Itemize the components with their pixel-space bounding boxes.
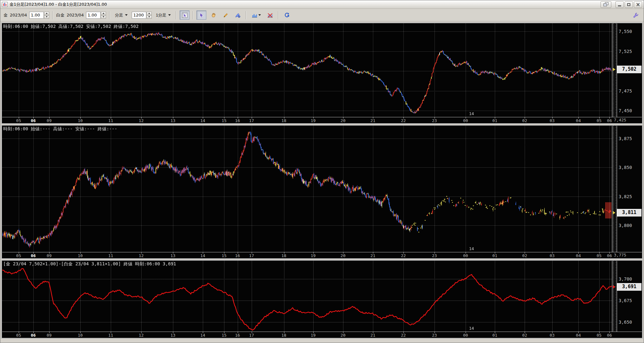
draw-pen-crosshair-icon: [235, 12, 241, 18]
window-controls: [601, 1, 642, 8]
x-axis-tick-label: 12: [139, 333, 144, 338]
x-axis-tick-label: 09: [47, 118, 52, 123]
platinum-price-scale[interactable]: [612, 126, 617, 252]
chart-style-dropdown-button[interactable]: [249, 10, 263, 20]
x-axis-tick-label: 19: [311, 253, 316, 258]
x-axis-tick-label: 17: [249, 118, 254, 123]
bar-count-decrement-button[interactable]: [147, 15, 152, 19]
platinum-label: 白金: [56, 12, 64, 18]
x-axis-tick-label: 02: [522, 253, 527, 258]
y-axis-tick-label: 7,475: [619, 88, 632, 94]
y-axis-tick-label: 3,650: [619, 320, 632, 325]
spread-x-axis: 0506091011121314151617181920212223000102…: [2, 332, 612, 338]
bar-count-increment-button[interactable]: [147, 12, 152, 15]
bar-interval-label: 1分足: [156, 12, 166, 18]
gold-multiplier-value[interactable]: 1.00: [29, 12, 44, 19]
draw-pencil-button[interactable]: [221, 10, 230, 20]
triangle-up-icon: [46, 13, 48, 14]
maximize-icon: [627, 3, 630, 6]
current-price-marker: [613, 211, 615, 214]
window-title: 金1分足[2023/04]1.00 - 白金1分足[2023/04]1.00: [10, 2, 107, 7]
draw-pen-crosshair-button[interactable]: [233, 10, 242, 20]
x-axis-tick-label: 05: [597, 333, 602, 338]
minimize-button[interactable]: [615, 1, 624, 8]
toolbar-separator: [193, 11, 193, 19]
triangle-down-icon: [148, 16, 150, 17]
y-axis-tick-label: 7,525: [619, 49, 632, 54]
pan-hand-button[interactable]: [209, 10, 218, 20]
x-axis-tick-label: 00: [463, 253, 468, 258]
spread-y-axis-labels: 3,691 3,7003,6753,650: [617, 261, 642, 332]
x-axis-tick-label: 06: [607, 333, 612, 338]
x-axis-tick-label: 10: [78, 253, 83, 258]
bar-interval-dropdown[interactable]: 1分足: [154, 11, 173, 19]
x-axis-tick-label: 22: [401, 333, 406, 338]
x-axis-tick-label: 16: [235, 118, 240, 123]
x-axis-tick-label: 15: [222, 333, 227, 338]
platinum-multiplier-increment-button[interactable]: [101, 12, 106, 15]
chart-pointer-button[interactable]: [180, 10, 189, 20]
platinum-contract-label[interactable]: 2023/04: [67, 13, 84, 17]
maximize-button[interactable]: [625, 1, 633, 8]
platinum-multiplier-decrement-button[interactable]: [101, 15, 106, 19]
platinum-multiplier-value[interactable]: 1.00: [86, 12, 101, 19]
bar-type-label: 分足: [115, 12, 123, 18]
chart-pointer-icon: [182, 12, 188, 18]
corner-tick-label: 7,425: [614, 118, 626, 122]
gold-contract-label[interactable]: 2023/04: [10, 13, 27, 17]
bar-count-value[interactable]: 1200: [132, 12, 146, 19]
spread-current-price-badge: 3,691: [617, 283, 641, 291]
x-axis-tick-label: 06: [607, 118, 612, 123]
close-button[interactable]: [634, 1, 642, 8]
pointer-tool-button[interactable]: [196, 10, 206, 20]
x-axis-tick-label: 11: [108, 118, 113, 123]
x-axis-tick-label: 05: [597, 118, 602, 123]
gold-multiplier-decrement-button[interactable]: [44, 15, 49, 19]
gold-multiplier-increment-button[interactable]: [44, 12, 49, 15]
x-axis-tick-label: 19: [311, 333, 316, 338]
spread-axis-corner: [612, 332, 642, 338]
triangle-up-icon: [103, 13, 104, 14]
x-axis-tick-label: 18: [282, 118, 287, 123]
toolbar: 金 2023/04 1.00 白金 2023/04 1.00 分足 1200: [0, 9, 644, 22]
x-axis-tick-label: 17: [249, 333, 254, 338]
x-axis-tick-label: 16: [235, 253, 240, 258]
toolbar-separator: [109, 11, 110, 19]
platinum-candles-canvas[interactable]: [2, 126, 612, 252]
cascade-windows-button[interactable]: [601, 1, 611, 8]
spread-price-scale[interactable]: [612, 261, 617, 332]
platinum-chart-panel: 時刻:06:00 始値:--- 高値:--- 安値:--- 終値:--- 3,8…: [1, 125, 643, 259]
y-axis-tick-label: 3,850: [619, 165, 632, 170]
x-axis-tick-label: 23: [432, 118, 437, 123]
x-axis-tick-label: 06: [607, 253, 612, 258]
chevron-down-icon: [125, 14, 128, 16]
gold-candles-canvas[interactable]: [2, 23, 612, 117]
x-axis-tick-label: 06: [31, 253, 36, 258]
gold-label: 金: [3, 12, 8, 18]
gold-price-scale[interactable]: [612, 23, 617, 117]
x-axis-tick-label: 22: [401, 118, 406, 123]
gold-y-axis-labels: 7,502 7,5507,5257,4757,450: [617, 23, 642, 117]
platinum-plot-area: 時刻:06:00 始値:--- 高値:--- 安値:--- 終値:---: [2, 126, 612, 252]
spread-line-canvas[interactable]: [2, 261, 612, 332]
x-axis-tick-label: 06: [31, 333, 36, 338]
titlebar[interactable]: 金1分足[2023/04]1.00 - 白金1分足[2023/04]1.00: [0, 0, 644, 9]
x-axis-tick-label: 05: [597, 253, 602, 258]
settings-wrench-button[interactable]: [631, 10, 641, 20]
cascade-windows-icon: [603, 2, 609, 7]
x-axis-tick-label: 04: [576, 333, 581, 338]
gold-axis-corner: 7,425: [612, 117, 642, 123]
x-axis-tick-label: 00: [463, 118, 468, 123]
refresh-button[interactable]: R: [282, 10, 292, 20]
chart-remove-button[interactable]: [265, 10, 275, 20]
bar-type-dropdown[interactable]: 分足: [113, 11, 129, 19]
triangle-up-icon: [148, 13, 150, 14]
x-axis-tick-label: 17: [249, 253, 254, 258]
current-price-marker: [613, 285, 615, 288]
y-axis-tick-label: 7,450: [619, 108, 632, 113]
x-axis-tick-label: 14: [200, 118, 205, 123]
x-axis-tick-label: 09: [47, 253, 52, 258]
bar-chart-icon: [252, 12, 257, 18]
spread-chart-panel: [金 23/04 7,502×1.00]-[白金 23/04 3,811×1.0…: [1, 260, 643, 339]
x-axis-tick-label: 15: [222, 253, 227, 258]
